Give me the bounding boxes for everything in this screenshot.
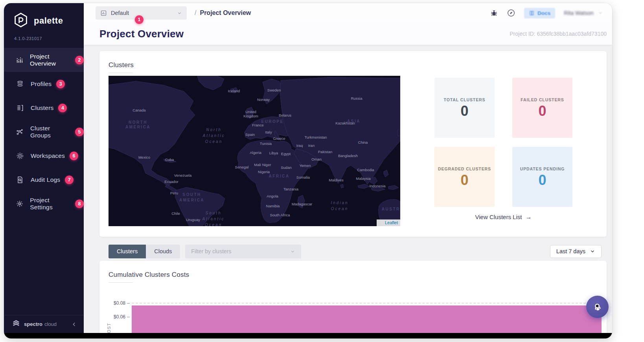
sidebar-item-label: Project Overview: [30, 53, 70, 67]
leaflet-attribution[interactable]: Leaflet: [377, 219, 400, 226]
map-label: Ocean: [205, 139, 223, 144]
map-label: Iraq: [296, 143, 303, 148]
map-label: Mali: [254, 163, 261, 167]
map-label: Oman: [311, 157, 322, 161]
map-label: Cuba: [165, 157, 174, 162]
app-version: 4.1.0-231017: [4, 30, 84, 41]
stat-updates-pending: UPDATES PENDING0: [512, 147, 572, 207]
map-label: Tunisia: [260, 141, 272, 146]
cost-y-axis-label: COST: [107, 322, 111, 333]
chat-assistant-button[interactable]: [586, 296, 609, 318]
map-label: AMERICA: [125, 125, 151, 129]
sidebar-collapse-button[interactable]: [71, 321, 77, 327]
brand-name: palette: [34, 16, 63, 26]
map-label: North: [206, 128, 221, 132]
clusters-world-map[interactable]: NORTHAMERICAEUROPEASIAAFRICASOUTHAMERICA…: [109, 76, 400, 226]
sidebar-item-audit-logs[interactable]: Audit Logs7: [4, 168, 84, 192]
map-label: EUROPE: [261, 119, 283, 124]
map-label: Italy: [265, 130, 272, 134]
cluster-stats-grid: TOTAL CLUSTERS0FAILED CLUSTERS0DEGRADED …: [434, 78, 572, 207]
leaflet-label: Leaflet: [385, 220, 398, 225]
help-compass-icon[interactable]: [507, 9, 515, 17]
topbar-actions: Docs Rita Watson: [490, 8, 603, 18]
map-label: Ocean: [331, 207, 348, 211]
annotation-badge: 2: [75, 56, 84, 64]
map-label: Sudan: [281, 165, 291, 170]
sidebar-item-cluster-groups[interactable]: Cluster Groups5: [4, 120, 84, 144]
topbar: Default 1 / Project Overview: [84, 3, 612, 23]
map-label: Ocean: [205, 223, 222, 226]
project-scope-icon: [100, 10, 107, 16]
cumulative-costs-card: Cumulative Clusters Costs $0.08 $0.06 CO…: [99, 261, 607, 333]
annotation-badge-1: 1: [135, 15, 144, 24]
docs-button[interactable]: Docs: [524, 8, 555, 18]
sidebar-item-project-overview[interactable]: Project Overview2: [4, 48, 84, 72]
ukraine-flag-icon: [379, 221, 383, 224]
map-label: Algeria: [250, 150, 261, 155]
sidebar-item-workspaces[interactable]: Workspaces6: [4, 144, 84, 168]
bug-report-icon[interactable]: [490, 9, 498, 17]
main-area: Default 1 / Project Overview: [84, 3, 612, 333]
dashed-gridline: [132, 303, 602, 304]
stat-value: 0: [538, 104, 546, 118]
chevron-down-icon: [598, 11, 603, 15]
book-icon: [529, 10, 535, 16]
map-label: NORTH: [129, 120, 147, 124]
annotation-badge: 4: [58, 104, 67, 112]
filter-bar: Clusters Clouds Filter by clusters Last …: [99, 244, 607, 258]
clusters-card-title: Clusters: [99, 51, 607, 69]
sidebar-item-profiles[interactable]: Profiles3: [4, 72, 84, 96]
sidebar: palette 4.1.0-231017 Project Overview2Pr…: [4, 3, 84, 333]
audit-logs-icon: [16, 176, 24, 184]
map-label: Indian: [331, 201, 348, 205]
map-label: Angola: [267, 194, 278, 198]
view-clusters-list-link[interactable]: View Clusters List→: [434, 214, 572, 221]
date-range-select[interactable]: Last 7 days: [550, 245, 602, 258]
annotation-badge: 7: [65, 176, 74, 184]
title-rule: [109, 73, 133, 73]
project-selector[interactable]: Default 1: [96, 6, 187, 20]
map-label: AMERICA: [179, 198, 204, 202]
map-label: Peru: [170, 191, 178, 195]
filter-by-clusters-select[interactable]: Filter by clusters: [185, 245, 301, 258]
stat-label: FAILED CLUSTERS: [521, 97, 564, 102]
sidebar-item-clusters[interactable]: Clusters4: [4, 96, 84, 120]
map-label: Venezuela: [174, 173, 192, 177]
map-label: Namibia: [266, 204, 280, 208]
map-label: Mexico: [138, 155, 150, 159]
map-label: Spain: [245, 132, 255, 137]
y-tick-008: $0.08: [99, 300, 125, 306]
map-label: Canada: [132, 108, 146, 112]
profiles-icon: [16, 80, 24, 88]
project-id: Project ID: 6356fc38bb1aac03afd73100: [510, 31, 607, 37]
map-label: Senegal: [235, 165, 249, 169]
annotation-badge: 6: [70, 152, 78, 160]
app-window: palette 4.1.0-231017 Project Overview2Pr…: [4, 3, 612, 338]
stat-value: 0: [460, 104, 468, 118]
annotation-badge: 8: [75, 199, 84, 208]
stat-label: DEGRADED CLUSTERS: [438, 166, 491, 171]
sidebar-item-label: Project Settings: [30, 197, 70, 211]
map-label: United: [245, 110, 256, 114]
title-rule: [109, 282, 133, 283]
user-menu[interactable]: Rita Watson: [564, 10, 603, 16]
date-range-value: Last 7 days: [556, 248, 585, 254]
breadcrumb-current: Project Overview: [200, 9, 251, 16]
sidebar-item-label: Workspaces: [31, 152, 65, 159]
footer-brand-secondary: cloud: [44, 321, 57, 327]
map-label: Kazakhstan: [335, 121, 355, 125]
tab-clouds[interactable]: Clouds: [146, 245, 180, 258]
project-selector-value: Default: [111, 10, 129, 16]
palette-logo-icon: [13, 12, 29, 30]
map-label: Cambodia: [357, 168, 374, 172]
spectro-cloud-logo-icon: [12, 319, 20, 329]
map-label: AFRICA: [269, 174, 290, 178]
tab-clusters[interactable]: Clusters: [109, 245, 146, 258]
map-label: Ecuador: [164, 179, 178, 184]
map-label: Atlantic: [202, 134, 225, 138]
sidebar-item-project-settings[interactable]: Project Settings8: [4, 192, 84, 216]
workspaces-icon: [16, 152, 24, 160]
y-tickmark: [127, 317, 130, 317]
map-label: Uruguay: [186, 218, 200, 222]
map-label: Norway: [257, 97, 270, 102]
